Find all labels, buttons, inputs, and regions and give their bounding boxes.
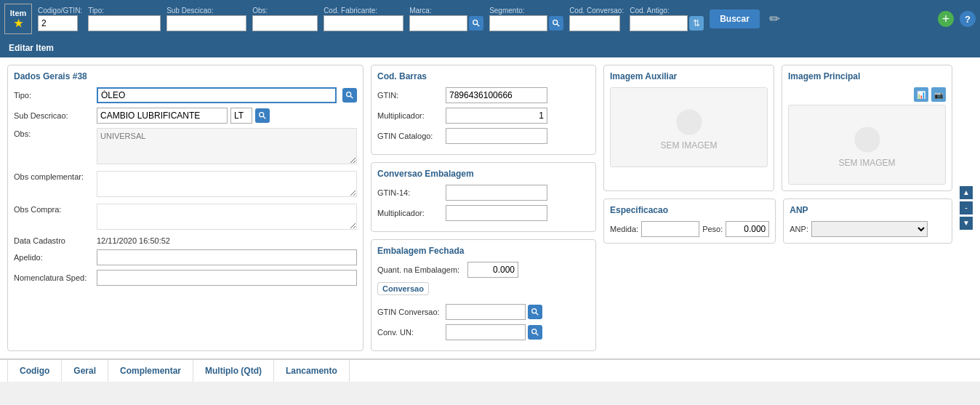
segmento-input[interactable] — [489, 15, 547, 31]
quant-embalagem-input[interactable] — [467, 262, 518, 278]
svg-line-3 — [557, 24, 559, 26]
tab-codigo[interactable]: Codigo — [7, 360, 62, 382]
tipo-search-icon[interactable] — [342, 88, 357, 103]
tipo-label: Tipo: — [88, 7, 161, 15]
cod-barras-title: Cod. Barras — [377, 71, 590, 81]
obscompra-textarea[interactable] — [97, 204, 357, 230]
datacadastro-row: Data Cadastro 12/11/2020 16:50:52 — [14, 236, 357, 245]
quant-embalagem-row: Quant. na Embalagem: — [377, 262, 590, 278]
tipo-field-input[interactable] — [97, 87, 337, 103]
codantigo-input[interactable] — [630, 15, 688, 31]
peso-input[interactable] — [726, 221, 769, 237]
tipo-input[interactable] — [88, 15, 161, 31]
subdesc-row: Sub Descricao: — [14, 108, 357, 124]
image-camera-icon[interactable]: 📷 — [931, 87, 946, 102]
codfab-input[interactable] — [324, 15, 403, 31]
codigo-input[interactable] — [38, 15, 78, 31]
field-segmento: Segmento: — [489, 7, 563, 31]
panel-conversao-embalagem: Conversao Embalagem GTIN-14: Multiplicad… — [371, 162, 596, 232]
obscomp-textarea[interactable] — [97, 171, 357, 197]
tab-lancamento[interactable]: Lancamento — [274, 360, 350, 382]
subdesc-field-label: Sub Descricao: — [14, 111, 94, 120]
peso-label: Peso: — [702, 225, 723, 233]
multiplicador-input[interactable] — [446, 108, 547, 124]
help-icon[interactable]: ? — [960, 11, 976, 27]
bottom-tabs: Codigo Geral Complementar Multiplo (Qtd)… — [0, 358, 980, 382]
obscomp-label: Obs complementar: — [14, 171, 94, 181]
datacadastro-value: 12/11/2020 16:50:52 — [97, 236, 170, 245]
imagem-auxiliar-placeholder: SEM IMAGEM — [610, 87, 768, 167]
gtin14-input[interactable] — [446, 185, 547, 201]
segmento-search-icon[interactable] — [549, 16, 563, 31]
field-codigo: Codigo/GTIN: — [38, 7, 82, 31]
obs-input[interactable] — [252, 15, 318, 31]
lt-input[interactable] — [230, 108, 252, 124]
imagem-auxiliar-title: Imagem Auxiliar — [610, 71, 768, 81]
tipo-row: Tipo: — [14, 87, 357, 103]
scroll-up-button[interactable]: ▲ — [960, 186, 973, 199]
nomenclatura-label: Nomenclatura Sped: — [14, 273, 94, 282]
field-subdescricao: Sub Descicao: — [166, 7, 246, 31]
imagem-principal-title: Imagem Principal — [788, 71, 946, 81]
gtin-conversao-input[interactable] — [446, 304, 526, 320]
star-icon: ★ — [14, 17, 23, 29]
scroll-minus-button[interactable]: - — [960, 201, 973, 214]
gtin-input[interactable] — [446, 87, 547, 103]
gtin-label: GTIN: — [377, 91, 443, 100]
obs-textarea[interactable] — [97, 128, 357, 164]
svg-point-2 — [553, 20, 558, 25]
subdesc-field-input[interactable] — [97, 108, 228, 124]
subdescricao-input[interactable] — [166, 15, 246, 31]
conv-un-search-icon[interactable] — [528, 325, 542, 340]
marca-search-icon[interactable] — [469, 16, 483, 31]
imagem-principal-placeholder: SEM IMAGEM — [788, 105, 946, 185]
svg-point-0 — [473, 20, 478, 25]
obs-label: Obs: — [252, 7, 318, 15]
medida-input[interactable] — [641, 221, 699, 237]
panel-embalagem-fechada: Embalagem Fechada Quant. na Embalagem: C… — [371, 239, 596, 351]
gtin14-label: GTIN-14: — [377, 188, 443, 197]
conv-multiplicador-input[interactable] — [446, 205, 547, 221]
dados-gerais-title: Dados Gerais #38 — [14, 71, 357, 81]
svg-line-9 — [536, 313, 538, 315]
gtin-catalogo-input[interactable] — [446, 128, 547, 144]
image-chart-icon[interactable]: 📊 — [914, 87, 928, 102]
buscar-button[interactable]: Buscar — [710, 9, 760, 28]
conv-un-row: Conv. UN: — [377, 324, 590, 340]
codantigo-label: Cod. Antigo: — [630, 7, 704, 15]
eraser-icon[interactable]: ✏ — [766, 9, 784, 28]
obs-field-row: Obs: — [14, 128, 357, 167]
codfab-label: Cod. Fabricante: — [324, 7, 403, 15]
gtin14-row: GTIN-14: — [377, 185, 590, 201]
filter-icon[interactable]: ⇅ — [689, 16, 704, 31]
subdesc-search-icon[interactable] — [255, 108, 270, 123]
add-circle-icon[interactable]: + — [938, 11, 954, 27]
field-tipo: Tipo: — [88, 7, 161, 31]
panel-anp: ANP ANP: — [783, 199, 952, 244]
panel-right: Imagem Auxiliar SEM IMAGEM Imagem Princi… — [603, 65, 952, 351]
apelido-input[interactable] — [97, 249, 357, 265]
image-icon-row: 📊 📷 — [788, 87, 946, 102]
gtin-row: GTIN: — [377, 87, 590, 103]
conv-un-input[interactable] — [446, 324, 526, 340]
field-obs: Obs: — [252, 7, 318, 31]
gtin-conversao-search-icon[interactable] — [528, 305, 542, 319]
codconv-input[interactable] — [569, 15, 620, 31]
obscompra-row: Obs Compra: — [14, 204, 357, 232]
panel-imagem-principal: Imagem Principal 📊 📷 SEM IMAGEM — [782, 65, 952, 191]
imagem-principal-label: SEM IMAGEM — [838, 158, 895, 168]
tab-geral[interactable]: Geral — [62, 360, 108, 382]
codconv-label: Cod. Conversao: — [569, 7, 624, 15]
scroll-down-button[interactable]: ▼ — [960, 217, 973, 230]
marca-input[interactable] — [409, 15, 467, 31]
obs-field-label: Obs: — [14, 128, 94, 138]
tab-complementar[interactable]: Complementar — [108, 360, 193, 382]
editar-item-title: Editar Item — [9, 43, 54, 53]
nomenclatura-input[interactable] — [97, 270, 357, 286]
subdescricao-label: Sub Descicao: — [166, 7, 246, 15]
imagem-auxiliar-label: SEM IMAGEM — [660, 140, 717, 151]
anp-select[interactable] — [811, 221, 928, 237]
apelido-row: Apelido: — [14, 249, 357, 265]
tab-multiplo-qtd[interactable]: Multiplo (Qtd) — [193, 360, 274, 382]
emb-fechada-title: Embalagem Fechada — [377, 246, 590, 256]
